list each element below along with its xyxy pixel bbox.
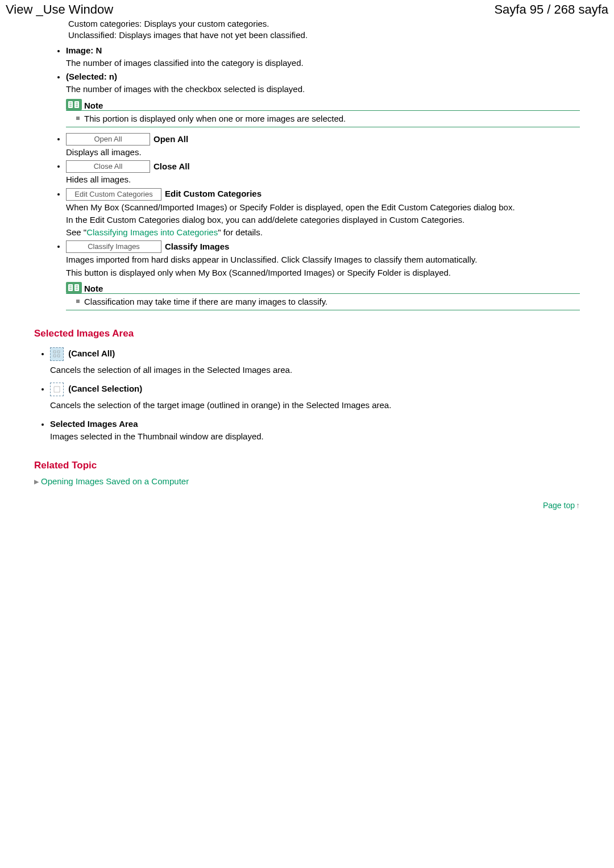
note-block-classify: Note Classification may take time if the…: [66, 282, 580, 311]
item-selected-images-area: Selected Images Area Images selected in …: [50, 418, 580, 443]
note-body-2: Classification may take time if there ar…: [66, 294, 580, 310]
related-topic-heading: Related Topic: [34, 459, 580, 472]
item-classify-images: Classify Images Classify Images Images i…: [66, 240, 580, 310]
note-header-2: Note: [66, 282, 580, 294]
classify-images-button[interactable]: Classify Images: [66, 240, 161, 253]
selected-images-area-desc: Images selected in the Thumbnail window …: [50, 431, 580, 442]
note-text-2: Classification may take time if there ar…: [76, 296, 580, 308]
edit-custom-categories-label: Edit Custom Categories: [165, 188, 262, 200]
svg-rect-17: [57, 351, 60, 353]
svg-rect-18: [53, 355, 56, 357]
svg-rect-20: [54, 387, 60, 392]
page-top-link[interactable]: Page top ↑: [543, 501, 580, 510]
cancel-selection-desc: Cancels the selection of the target imag…: [50, 400, 580, 411]
svg-rect-19: [57, 355, 60, 357]
triangle-bullet-icon: ▶: [34, 477, 39, 486]
image-n-label: Image: N: [66, 45, 102, 55]
selected-images-list: (Cancel All) Cancels the selection of al…: [34, 347, 580, 442]
related-topic-line: ▶ Opening Images Saved on a Computer: [34, 476, 580, 487]
item-selected-n: (Selected: n) The number of images with …: [66, 71, 580, 127]
header-page-indicator: Sayfa 95 / 268 sayfa: [494, 2, 608, 17]
selected-images-heading: Selected Images Area: [34, 327, 580, 340]
intro-block: Custom categories: Displays your custom …: [68, 18, 580, 41]
open-all-desc: Displays all images.: [66, 147, 580, 158]
item-open-all: Open All Open All Displays all images.: [66, 133, 580, 158]
note-title: Note: [84, 100, 103, 111]
intro-line-2: Unclassified: Displays images that have …: [68, 30, 580, 41]
close-all-label: Close All: [154, 161, 190, 172]
item-cancel-selection: (Cancel Selection) Cancels the selection…: [50, 383, 580, 411]
cancel-all-label: (Cancel All): [68, 348, 115, 358]
item-cancel-all: (Cancel All) Cancels the selection of al…: [50, 347, 580, 376]
intro-line-1: Custom categories: Displays your custom …: [68, 18, 580, 30]
cancel-all-icon[interactable]: [50, 347, 64, 361]
open-all-button[interactable]: Open All: [66, 133, 150, 146]
note-header: Note: [66, 99, 580, 111]
classify-desc2: This button is displayed only when My Bo…: [66, 267, 580, 279]
cancel-selection-label: (Cancel Selection): [68, 384, 142, 393]
note-text: This portion is displayed only when one …: [76, 113, 580, 124]
edit-custom-see: See "Classifying Images into Categories"…: [66, 227, 580, 238]
page-content: Custom categories: Displays your custom …: [0, 18, 614, 487]
note-block-selected: Note This portion is displayed only when…: [66, 99, 580, 128]
classify-images-label: Classify Images: [165, 241, 229, 252]
note-icon: [66, 99, 82, 110]
see-suffix: " for details.: [218, 227, 263, 237]
page-top-label: Page top: [543, 501, 575, 510]
selected-n-label: (Selected: n): [66, 72, 117, 81]
item-image-n: Image: N The number of images classified…: [66, 45, 580, 69]
close-all-button[interactable]: Close All: [66, 160, 150, 173]
header-title-left: View _Use Window: [6, 2, 113, 17]
arrow-up-icon: ↑: [576, 501, 580, 510]
classify-desc1: Images imported from hard disks appear i…: [66, 254, 580, 265]
item-close-all: Close All Close All Hides all images.: [66, 160, 580, 185]
image-n-desc: The number of images classified into the…: [66, 57, 580, 69]
selected-images-area-label: Selected Images Area: [50, 419, 138, 429]
cancel-all-desc: Cancels the selection of all images in t…: [50, 364, 580, 376]
svg-rect-16: [53, 351, 56, 353]
page-top-row: Page top ↑: [0, 501, 580, 510]
cancel-selection-icon[interactable]: [50, 383, 64, 396]
page-header: View _Use Window Sayfa 95 / 268 sayfa: [0, 0, 614, 18]
note-title-2: Note: [84, 283, 103, 294]
related-topic-link[interactable]: Opening Images Saved on a Computer: [41, 476, 189, 487]
note-icon: [66, 282, 82, 293]
close-all-desc: Hides all images.: [66, 174, 580, 185]
edit-custom-desc1: When My Box (Scanned/Imported Images) or…: [66, 202, 580, 213]
edit-custom-categories-button[interactable]: Edit Custom Categories: [66, 188, 161, 201]
note-body: This portion is displayed only when one …: [66, 111, 580, 127]
classifying-images-link[interactable]: Classifying Images into Categories: [86, 227, 218, 237]
item-edit-custom-categories: Edit Custom Categories Edit Custom Categ…: [66, 188, 580, 239]
see-prefix: See ": [66, 227, 86, 237]
feature-list: Image: N The number of images classified…: [50, 45, 580, 311]
selected-n-desc: The number of images with the checkbox s…: [66, 84, 580, 95]
open-all-label: Open All: [154, 134, 188, 145]
edit-custom-desc2: In the Edit Custom Categories dialog box…: [66, 214, 580, 226]
